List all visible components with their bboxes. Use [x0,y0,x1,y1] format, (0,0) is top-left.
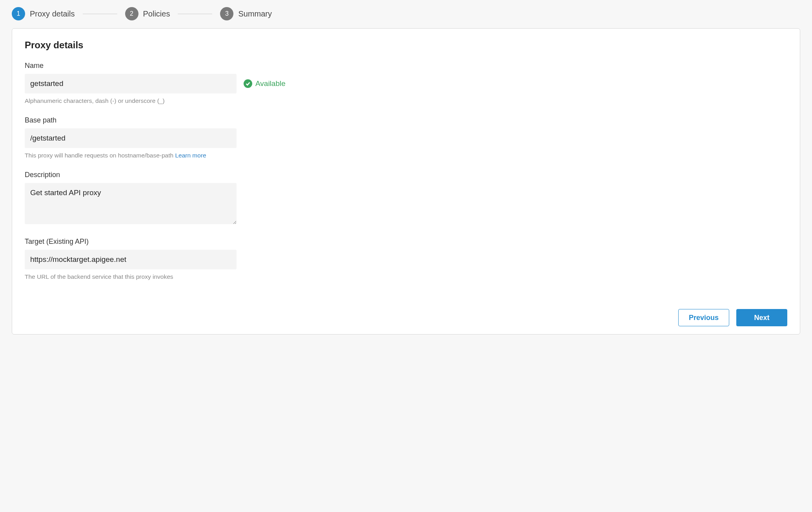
wizard-stepper: 1 Proxy details 2 Policies 3 Summary [0,0,812,28]
target-label: Target (Existing API) [25,238,787,246]
target-input[interactable] [25,250,237,269]
wizard-footer: Previous Next [25,297,787,326]
next-button[interactable]: Next [736,309,787,326]
form-group-description: Description [25,171,787,226]
name-help-text: Alphanumeric characters, dash (-) or und… [25,97,787,104]
step-label: Policies [143,9,170,18]
step-policies[interactable]: 2 Policies [125,7,170,20]
form-group-target: Target (Existing API) The URL of the bac… [25,238,787,280]
basepath-help-text: This proxy will handle requests on hostn… [25,152,787,159]
check-circle-icon [244,79,252,88]
card-title: Proxy details [25,40,787,51]
basepath-help-span: This proxy will handle requests on hostn… [25,152,175,159]
form-group-basepath: Base path This proxy will handle request… [25,116,787,159]
step-summary[interactable]: 3 Summary [220,7,272,20]
availability-indicator: Available [244,79,286,88]
step-connector [83,14,117,14]
name-input[interactable] [25,74,237,93]
step-connector [178,14,212,14]
step-label: Proxy details [30,9,75,18]
description-label: Description [25,171,787,179]
step-number-badge: 1 [12,7,25,20]
step-number-badge: 2 [125,7,138,20]
basepath-input[interactable] [25,128,237,148]
learn-more-link[interactable]: Learn more [175,152,206,159]
step-proxy-details[interactable]: 1 Proxy details [12,7,75,20]
name-input-row: Available [25,74,787,93]
step-label: Summary [238,9,272,18]
description-input[interactable] [25,183,237,224]
page-container: 1 Proxy details 2 Policies 3 Summary Pro… [0,0,812,342]
availability-text: Available [255,79,286,88]
basepath-label: Base path [25,116,787,124]
name-label: Name [25,62,787,70]
step-number: 1 [17,10,20,17]
proxy-details-card: Proxy details Name Available Alphanumeri… [12,28,800,335]
step-number: 3 [225,10,229,17]
form-group-name: Name Available Alphanumeric characters, … [25,62,787,104]
step-number-badge: 3 [220,7,233,20]
previous-button[interactable]: Previous [678,309,729,326]
target-help-text: The URL of the backend service that this… [25,273,787,280]
step-number: 2 [130,10,133,17]
